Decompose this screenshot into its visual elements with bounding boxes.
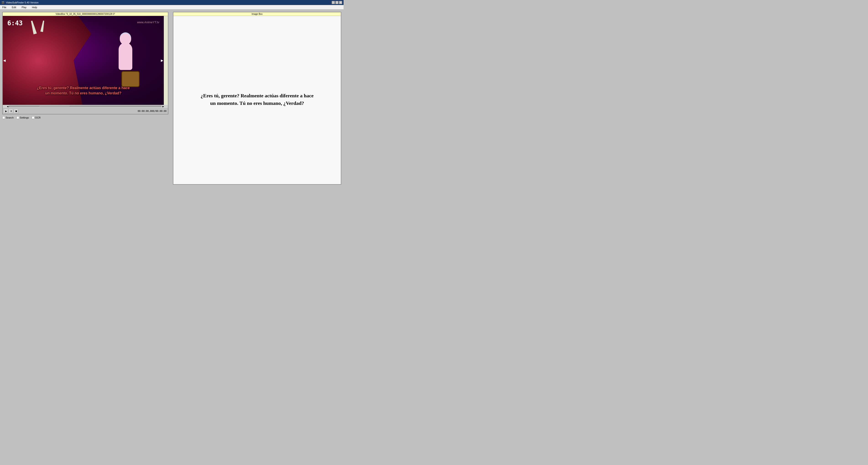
main-content: VideoBox "0_10_35_510_000000000001280007… (0, 9, 344, 185)
scroll-right-btn[interactable]: ▶ (161, 105, 165, 108)
nav-arrow-left[interactable]: ◀ (3, 59, 6, 62)
tab-ocr[interactable]: OCR (32, 116, 41, 119)
menu-bar: File Edit Play Help (0, 5, 344, 9)
video-box-container: VideoBox "0_10_35_510_000000000001280007… (2, 12, 168, 114)
pause-btn[interactable]: ⏸ (9, 109, 13, 113)
left-panel: VideoBox "0_10_35_510_000000000001280007… (0, 9, 170, 185)
image-box-content: ¿Eres tú, gerente? Realmente actúas dife… (174, 16, 341, 183)
app-icon: 🎬 (1, 1, 5, 4)
title-bar-left: 🎬 VideoSubFinder 5.40 Version (1, 1, 38, 4)
image-box-title: Image Box (174, 12, 341, 16)
tab-ocr-label: OCR (35, 116, 41, 119)
tab-row: Search Settings OCR (2, 116, 168, 119)
transport-bar: ▶ ⏸ ⏹ 00:00:00,000/00:00:00 (3, 108, 168, 114)
char-body (119, 43, 132, 70)
minimize-btn[interactable]: — (332, 1, 335, 4)
nav-arrow-right[interactable]: ▶ (161, 59, 163, 62)
app-title: VideoSubFinder 5.40 Version (6, 1, 38, 4)
menu-edit[interactable]: Edit (10, 5, 18, 9)
menu-play[interactable]: Play (20, 5, 28, 9)
scrollbar-horizontal[interactable]: ◀ ▶ (3, 105, 168, 108)
video-timestamp: 6:43 (7, 20, 23, 27)
play-btn[interactable]: ▶ (4, 109, 8, 113)
video-subtitle: ¿Eres tú, gerente? Realmente actúas dife… (3, 86, 164, 96)
video-bg: 6:43 www.AnimeYT.tv ¿Eres tú, gerente? R… (3, 16, 164, 105)
tab-settings-checkbox[interactable] (17, 116, 19, 119)
menu-help[interactable]: Help (31, 5, 38, 9)
tab-search[interactable]: Search (2, 116, 14, 119)
video-area: 6:43 www.AnimeYT.tv ¿Eres tú, gerente? R… (3, 16, 164, 105)
maximize-btn[interactable]: □ (335, 1, 339, 4)
stop-btn[interactable]: ⏹ (14, 109, 18, 113)
title-bar: 🎬 VideoSubFinder 5.40 Version — □ ✕ (0, 0, 344, 5)
tab-ocr-checkbox[interactable] (32, 116, 34, 119)
title-bar-controls[interactable]: — □ ✕ (332, 1, 342, 4)
image-subtitle-line1: ¿Eres tú, gerente? Realmente actúas dife… (201, 92, 314, 99)
image-subtitle-line2: un momento. Tú no eres humano, ¿Verdad? (201, 99, 314, 107)
tab-search-checkbox[interactable] (2, 116, 5, 119)
image-box-container: Image Box ¿Eres tú, gerente? Realmente a… (173, 12, 341, 185)
scrollbar-thumb-h[interactable] (40, 106, 70, 107)
image-box-subtitle: ¿Eres tú, gerente? Realmente actúas dife… (201, 92, 314, 107)
time-display: 00:00:00,000/00:00:00 (138, 110, 166, 112)
horn1 (30, 20, 37, 34)
tab-search-label: Search (6, 116, 14, 119)
menu-file[interactable]: File (1, 5, 8, 9)
close-btn[interactable]: ✕ (339, 1, 342, 4)
video-box-title: VideoBox "0_10_35_510_000000000001280007… (3, 12, 168, 16)
horn2 (40, 20, 45, 32)
video-barrel (121, 71, 140, 87)
subtitle-line2: un momento. Tú no eres humano, ¿Verdad? (7, 91, 159, 96)
subtitle-line1: ¿Eres tú, gerente? Realmente actúas dife… (7, 86, 159, 91)
tab-settings[interactable]: Settings (17, 116, 29, 119)
video-horns (27, 21, 75, 47)
video-watermark: www.AnimeYT.tv (137, 21, 159, 24)
tab-settings-label: Settings (20, 116, 29, 119)
scrollbar-track-h[interactable] (9, 106, 161, 107)
scroll-left-btn[interactable]: ◀ (6, 105, 9, 108)
right-panel: Image Box ¿Eres tú, gerente? Realmente a… (170, 9, 344, 185)
